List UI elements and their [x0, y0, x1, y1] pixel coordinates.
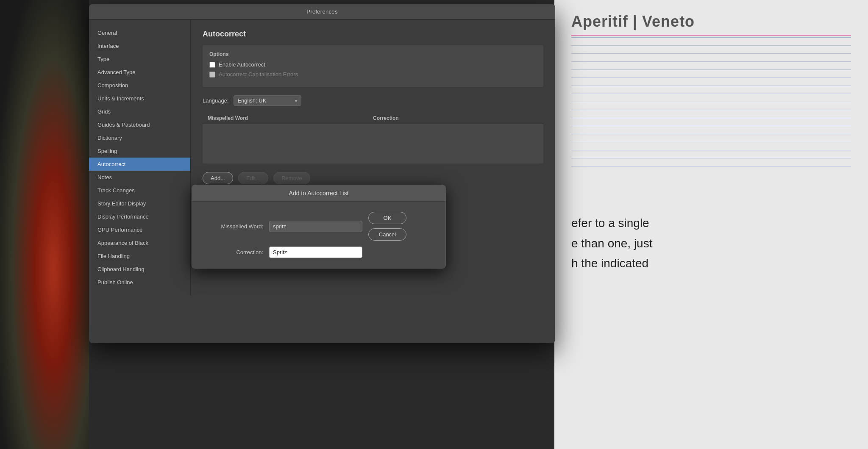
col-header-correction: Correction [373, 115, 399, 121]
sidebar-item-appearance-of-black[interactable]: Appearance of Black [89, 236, 190, 249]
document-title: Aperitif | Veneto [571, 13, 851, 30]
sidebar-item-file-handling[interactable]: File Handling [89, 249, 190, 263]
sidebar-item-display-performance[interactable]: Display Performance [89, 210, 190, 223]
sidebar-item-track-changes[interactable]: Track Changes [89, 184, 190, 197]
sidebar-item-composition[interactable]: Composition [89, 79, 190, 92]
table-header: Misspelled Word Correction [203, 113, 543, 124]
sidebar-item-clipboard-handling[interactable]: Clipboard Handling [89, 263, 190, 276]
options-label: Options [209, 51, 537, 57]
autocorrect-dialog-titlebar: Add to Autocorrect List [192, 185, 445, 202]
sidebar-item-spelling[interactable]: Spelling [89, 144, 190, 158]
autocorrect-list-dialog: Add to Autocorrect List Misspelled Word:… [192, 185, 446, 269]
sidebar-item-grids[interactable]: Grids [89, 105, 190, 118]
dialog-action-buttons: OK Cancel [368, 212, 406, 241]
options-box: Options Enable Autocorrect Autocorrect C… [203, 45, 543, 87]
enable-autocorrect-checkbox[interactable] [209, 62, 215, 68]
background-right: Aperitif | Veneto efer to a single e tha… [554, 0, 868, 449]
section-title: Autocorrect [203, 30, 543, 39]
sidebar-item-interface[interactable]: Interface [89, 39, 190, 53]
dialog-title: Preferences [306, 8, 337, 15]
sidebar-item-story-editor-display[interactable]: Story Editor Display [89, 197, 190, 210]
autocorrect-capitalisation-checkbox[interactable] [209, 72, 215, 78]
preferences-dialog: Preferences General Interface Type Advan… [89, 4, 555, 343]
misspelled-word-label: Misspelled Word: [204, 223, 263, 230]
autocorrect-dialog-body: Misspelled Word: OK Cancel Correction: [192, 202, 445, 268]
sidebar-item-units-increments[interactable]: Units & Increments [89, 92, 190, 105]
language-select[interactable]: English: UK English: US French German Sp… [234, 95, 301, 106]
autocorrect-capitalisation-label[interactable]: Autocorrect Capitalisation Errors [219, 71, 298, 78]
edit-button[interactable]: Edit... [238, 172, 268, 184]
misspelled-word-right: OK Cancel [269, 212, 434, 241]
enable-autocorrect-row: Enable Autocorrect [209, 61, 537, 68]
sidebar-item-general[interactable]: General [89, 26, 190, 39]
enable-autocorrect-label[interactable]: Enable Autocorrect [219, 61, 265, 68]
correction-row: Correction: [204, 247, 434, 258]
sidebar-item-notes[interactable]: Notes [89, 171, 190, 184]
language-select-wrapper[interactable]: English: UK English: US French German Sp… [234, 95, 301, 106]
action-buttons: Add... Edit... Remove [203, 172, 543, 184]
ok-button[interactable]: OK [368, 212, 406, 224]
language-label: Language: [203, 97, 228, 104]
language-row: Language: English: UK English: US French… [203, 95, 543, 106]
misspelled-word-input[interactable] [269, 221, 362, 232]
sidebar-item-advanced-type[interactable]: Advanced Type [89, 66, 190, 79]
add-button[interactable]: Add... [203, 172, 233, 184]
sidebar-item-publish-online[interactable]: Publish Online [89, 276, 190, 289]
preferences-sidebar: General Interface Type Advanced Type Com… [89, 19, 191, 296]
misspelled-word-row: Misspelled Word: OK Cancel [204, 212, 434, 241]
sidebar-item-type[interactable]: Type [89, 53, 190, 66]
col-header-misspelled: Misspelled Word [208, 115, 373, 121]
table-body [203, 124, 543, 162]
autocorrect-cap-row: Autocorrect Capitalisation Errors [209, 71, 537, 78]
sidebar-item-guides-pasteboard[interactable]: Guides & Pasteboard [89, 118, 190, 131]
cancel-button[interactable]: Cancel [368, 228, 406, 241]
correction-right [269, 247, 434, 258]
background-left [0, 0, 89, 449]
sidebar-item-gpu-performance[interactable]: GPU Performance [89, 223, 190, 236]
sidebar-item-dictionary[interactable]: Dictionary [89, 131, 190, 144]
dialog-titlebar: Preferences [89, 4, 555, 19]
correction-label: Correction: [204, 249, 263, 255]
correction-input[interactable] [269, 247, 362, 258]
remove-button[interactable]: Remove [273, 172, 310, 184]
autocorrect-table: Misspelled Word Correction [203, 113, 543, 164]
sidebar-item-autocorrect[interactable]: Autocorrect [89, 158, 190, 171]
autocorrect-dialog-title: Add to Autocorrect List [289, 190, 349, 197]
document-text: efer to a single e than one, just h the … [554, 179, 868, 291]
